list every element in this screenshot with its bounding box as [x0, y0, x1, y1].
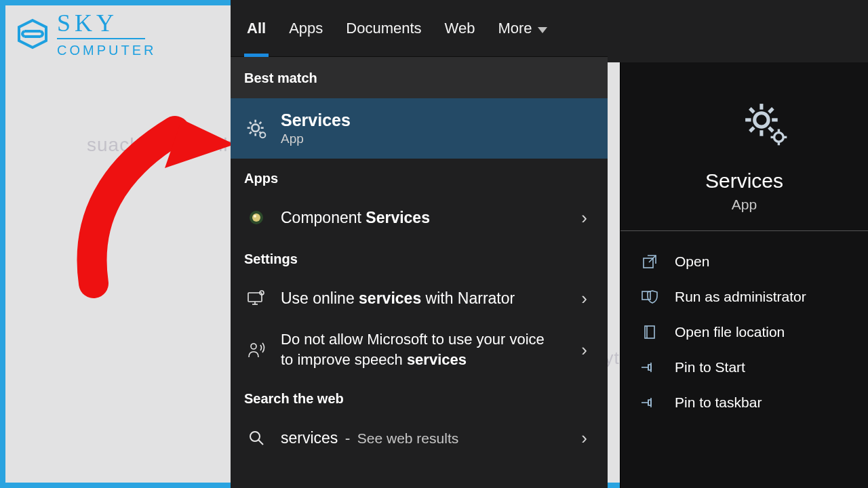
chevron-right-icon: › [581, 207, 587, 228]
action-open[interactable]: Open [634, 251, 854, 272]
svg-line-35 [649, 256, 656, 262]
search-icon [244, 426, 269, 450]
tab-apps[interactable]: Apps [289, 0, 323, 57]
detail-type: App [732, 197, 757, 213]
result-title: Use online services with Narrator [281, 289, 594, 308]
svg-rect-37 [645, 326, 654, 338]
svg-point-9 [260, 132, 265, 138]
search-filter-tabs: All Apps Documents Web More [231, 0, 608, 57]
result-title: services - See web results [281, 429, 594, 447]
action-label: Open file location [675, 324, 785, 340]
svg-line-19 [258, 440, 263, 445]
svg-point-18 [250, 432, 260, 441]
tab-label: All [247, 20, 266, 37]
action-pin-start[interactable]: Pin to Start [634, 357, 854, 378]
result-speech-services[interactable]: Do not allow Microsoft to use your voice… [231, 320, 608, 379]
chevron-right-icon: › [581, 428, 587, 449]
svg-rect-36 [642, 291, 650, 300]
gear-icon [244, 117, 269, 141]
action-pin-taskbar[interactable]: Pin to taskbar [634, 392, 854, 413]
detail-title: Services [705, 169, 783, 192]
result-services[interactable]: Services App [231, 98, 608, 159]
tab-label: Documents [346, 20, 421, 37]
result-detail-pane: Services App Open Run as administrator [620, 62, 868, 488]
tab-more[interactable]: More [498, 0, 547, 57]
chevron-right-icon: › [581, 288, 587, 309]
svg-point-29 [774, 133, 783, 142]
tab-all[interactable]: All [247, 0, 266, 57]
section-search-web: Search the web [231, 379, 608, 416]
svg-point-12 [254, 215, 256, 218]
result-title: Component Services [281, 209, 594, 227]
pin-icon [639, 394, 660, 411]
open-icon [639, 253, 660, 270]
logo-s-icon [15, 16, 50, 52]
svg-line-5 [250, 122, 252, 124]
svg-line-8 [260, 122, 262, 124]
person-voice-icon [244, 338, 269, 362]
section-settings: Settings [231, 239, 608, 277]
action-label: Run as administrator [675, 289, 806, 305]
action-open-location[interactable]: Open file location [634, 322, 854, 342]
result-component-services[interactable]: Component Services › [231, 196, 608, 239]
sky-computer-logo: SKY COMPUTER [15, 11, 156, 57]
logo-computer-text: COMPUTER [57, 43, 156, 57]
action-label: Pin to Start [675, 359, 745, 375]
result-web-search[interactable]: services - See web results › [231, 416, 608, 460]
svg-line-27 [749, 127, 753, 131]
chevron-down-icon [538, 20, 547, 37]
logo-sky-text: SKY [57, 11, 156, 35]
svg-rect-41 [648, 365, 651, 370]
svg-line-28 [768, 108, 772, 113]
svg-point-20 [754, 113, 768, 127]
svg-point-0 [252, 124, 259, 131]
action-run-admin[interactable]: Run as administrator [634, 287, 854, 307]
result-type: App [281, 131, 594, 146]
tab-label: Apps [289, 20, 323, 37]
action-label: Pin to taskbar [675, 394, 762, 411]
folder-icon [639, 324, 660, 340]
shield-icon [639, 289, 660, 305]
result-narrator-services[interactable]: Use online services with Narrator › [231, 277, 608, 320]
logo-divider [57, 38, 145, 39]
svg-point-11 [252, 214, 260, 222]
section-apps: Apps [231, 159, 608, 196]
svg-rect-45 [648, 400, 651, 405]
result-title: Do not allow Microsoft to use your voice… [281, 329, 552, 369]
svg-line-25 [749, 108, 753, 113]
pin-icon [639, 359, 660, 375]
component-services-icon [244, 205, 269, 230]
tab-web[interactable]: Web [445, 0, 475, 57]
svg-point-17 [251, 344, 256, 349]
windows-search-panel: All Apps Documents Web More Best match S… [231, 0, 608, 488]
result-title: Services [281, 110, 594, 130]
gear-icon [742, 100, 788, 146]
top-bar-extension [608, 0, 868, 62]
action-label: Open [675, 253, 709, 270]
tab-label: More [498, 20, 532, 37]
tab-documents[interactable]: Documents [346, 0, 421, 57]
svg-line-26 [768, 127, 772, 131]
monitor-gear-icon [244, 286, 269, 310]
tab-label: Web [445, 20, 475, 37]
chevron-right-icon: › [581, 339, 587, 360]
section-best-match: Best match [231, 57, 608, 98]
red-arrow-annotation [73, 107, 250, 300]
svg-line-7 [250, 131, 252, 134]
